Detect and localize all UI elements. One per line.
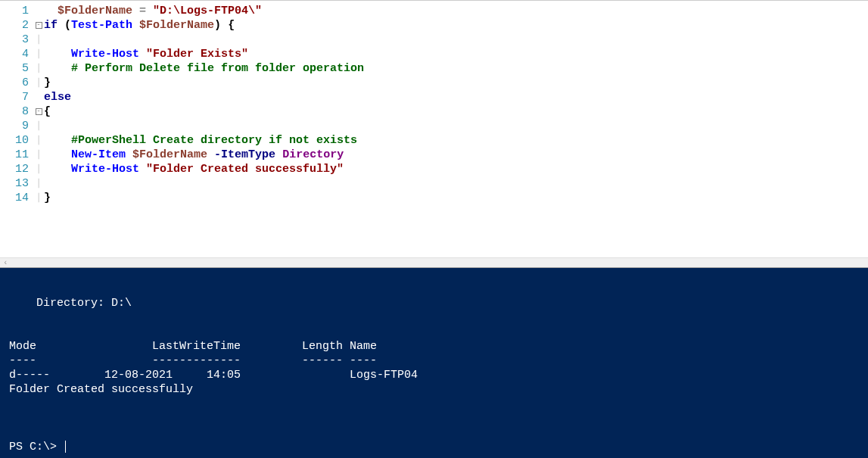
- line-number: 11: [0, 148, 29, 162]
- chevron-left-icon: ‹: [0, 258, 8, 267]
- fold-toggle-icon[interactable]: -: [36, 108, 42, 115]
- fold-marker: [33, 90, 44, 104]
- fold-marker[interactable]: -: [33, 18, 44, 33]
- code-line[interactable]: $FolderName = "D:\Logs-FTP04\": [44, 4, 364, 18]
- console-prompt[interactable]: PS C:\>: [9, 440, 859, 454]
- code-line[interactable]: if (Test-Path $FolderName) {: [44, 18, 364, 33]
- line-number: 3: [0, 33, 29, 47]
- code-line[interactable]: {: [44, 104, 364, 119]
- console-output-line: [9, 310, 859, 325]
- line-number: 2: [0, 18, 29, 33]
- line-number: 8: [0, 104, 29, 119]
- code-line[interactable]: [44, 33, 364, 47]
- code-line[interactable]: }: [44, 76, 364, 90]
- fold-marker: │: [33, 61, 44, 76]
- fold-marker: │: [33, 119, 44, 133]
- line-number: 10: [0, 133, 29, 148]
- script-editor-pane[interactable]: 1234567891011121314 -││││-││││││ $Folder…: [0, 0, 868, 257]
- console-output-line: Directory: D:\: [9, 296, 859, 310]
- code-line[interactable]: Write-Host "Folder Exists": [44, 47, 364, 61]
- code-line[interactable]: #PowerShell Create directory if not exis…: [44, 133, 364, 148]
- line-number-gutter: 1234567891011121314: [0, 1, 33, 205]
- cursor-icon: [65, 441, 66, 453]
- fold-marker[interactable]: -: [33, 104, 44, 119]
- console-output-line: Mode LastWriteTime Length Name: [9, 339, 859, 354]
- line-number: 9: [0, 119, 29, 133]
- fold-marker: │: [33, 148, 44, 162]
- console-output-line: Folder Created successfully: [9, 382, 859, 397]
- fold-marker: │: [33, 47, 44, 61]
- console-output-line: d----- 12-08-2021 14:05 Logs-FTP04: [9, 368, 859, 382]
- line-number: 7: [0, 90, 29, 104]
- line-number: 1: [0, 4, 29, 18]
- code-line[interactable]: [44, 176, 364, 191]
- code-line[interactable]: else: [44, 90, 364, 104]
- fold-marker: [33, 4, 44, 18]
- console-output-line: [9, 397, 859, 411]
- line-number: 13: [0, 176, 29, 191]
- line-number: 14: [0, 191, 29, 205]
- line-number: 5: [0, 61, 29, 76]
- fold-marker: │: [33, 133, 44, 148]
- code-line[interactable]: # Perform Delete file from folder operat…: [44, 61, 364, 76]
- code-content[interactable]: $FolderName = "D:\Logs-FTP04\"if (Test-P…: [44, 1, 364, 205]
- line-number: 12: [0, 162, 29, 176]
- console-output-line: [9, 282, 859, 296]
- console-output-pane[interactable]: Directory: D:\Mode LastWriteTime Length …: [0, 268, 868, 458]
- console-output-line: [9, 425, 859, 440]
- pane-splitter[interactable]: ‹: [0, 257, 868, 268]
- fold-marker: │: [33, 76, 44, 90]
- code-line[interactable]: New-Item $FolderName -ItemType Directory: [44, 148, 364, 162]
- code-line[interactable]: [44, 119, 364, 133]
- fold-marker: │: [33, 162, 44, 176]
- console-output-line: [9, 411, 859, 425]
- line-number: 4: [0, 47, 29, 61]
- fold-toggle-icon[interactable]: -: [36, 22, 42, 29]
- console-output-line: [9, 325, 859, 339]
- code-line[interactable]: Write-Host "Folder Created successfully": [44, 162, 364, 176]
- fold-marker: │: [33, 191, 44, 205]
- fold-column[interactable]: -││││-││││││: [33, 1, 44, 205]
- fold-marker: │: [33, 33, 44, 47]
- code-line[interactable]: }: [44, 191, 364, 205]
- console-output-line: ---- ------------- ------ ----: [9, 354, 859, 368]
- line-number: 6: [0, 76, 29, 90]
- fold-marker: │: [33, 176, 44, 191]
